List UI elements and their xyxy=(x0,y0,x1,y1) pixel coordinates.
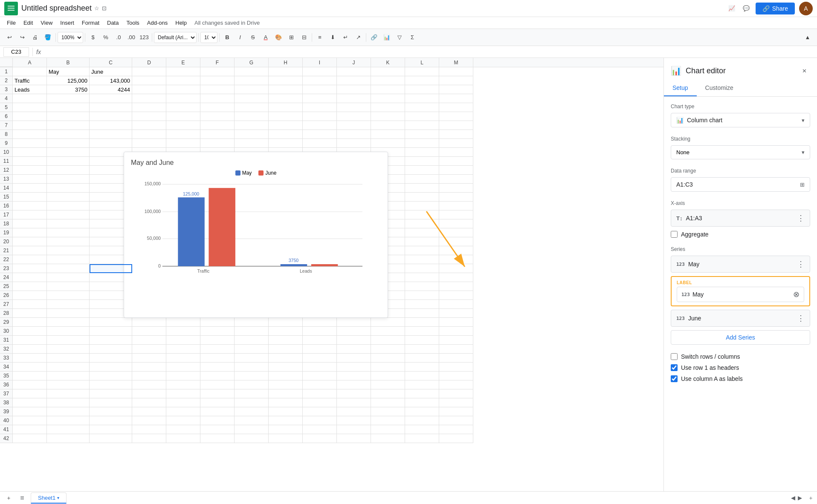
align-left-button[interactable]: ≡ xyxy=(314,32,326,43)
cell-l6[interactable] xyxy=(405,112,439,121)
cell-b8[interactable] xyxy=(47,130,90,139)
cell-l2[interactable] xyxy=(405,76,439,85)
cell-a35[interactable] xyxy=(13,372,47,380)
cell-l8[interactable] xyxy=(405,130,439,139)
cell-j35[interactable] xyxy=(337,372,371,380)
cell-c40[interactable] xyxy=(90,416,132,425)
cell-m40[interactable] xyxy=(439,416,473,425)
cell-c2[interactable]: 143,000 xyxy=(90,76,132,85)
filter-button[interactable]: ▽ xyxy=(394,32,406,43)
cell-a32[interactable] xyxy=(13,345,47,354)
cell-j2[interactable] xyxy=(337,76,371,85)
cell-l28[interactable] xyxy=(405,309,439,318)
cell-f7[interactable] xyxy=(200,121,235,130)
cell-l21[interactable] xyxy=(405,246,439,255)
col-header-f[interactable]: F xyxy=(200,58,235,67)
cell-m20[interactable] xyxy=(439,237,473,246)
cell-j36[interactable] xyxy=(337,380,371,389)
cell-a41[interactable] xyxy=(13,425,47,434)
cell-c34[interactable] xyxy=(90,363,132,372)
cell-e8[interactable] xyxy=(166,130,200,139)
cell-a30[interactable] xyxy=(13,327,47,336)
scroll-left-icon[interactable]: ◀ xyxy=(791,495,795,501)
cell-m29[interactable] xyxy=(439,318,473,327)
cell-l37[interactable] xyxy=(405,389,439,398)
cell-j34[interactable] xyxy=(337,363,371,372)
cell-a17[interactable] xyxy=(13,210,47,219)
cell-l3[interactable] xyxy=(405,85,439,94)
star-icon[interactable]: ☆ xyxy=(94,5,99,12)
cell-i33[interactable] xyxy=(303,354,337,363)
cell-k33[interactable] xyxy=(371,354,405,363)
cell-i7[interactable] xyxy=(303,121,337,130)
cell-b39[interactable] xyxy=(47,407,90,416)
cell-l32[interactable] xyxy=(405,345,439,354)
cell-j30[interactable] xyxy=(337,327,371,336)
cell-b5[interactable] xyxy=(47,103,90,112)
cell-e30[interactable] xyxy=(166,327,200,336)
cell-a12[interactable] xyxy=(13,166,47,175)
cell-h7[interactable] xyxy=(269,121,303,130)
cell-c31[interactable] xyxy=(90,336,132,345)
col-header-h[interactable]: H xyxy=(269,58,303,67)
cell-e33[interactable] xyxy=(166,354,200,363)
menu-edit[interactable]: Edit xyxy=(20,19,36,27)
cell-f40[interactable] xyxy=(200,416,235,425)
close-button[interactable]: ✕ xyxy=(798,65,810,77)
cell-e2[interactable] xyxy=(166,76,200,85)
col-header-j[interactable]: J xyxy=(337,58,371,67)
cell-b9[interactable] xyxy=(47,139,90,148)
menu-format[interactable]: Format xyxy=(78,19,103,27)
cell-d2[interactable] xyxy=(132,76,166,85)
cell-k36[interactable] xyxy=(371,380,405,389)
cell-l15[interactable] xyxy=(405,193,439,202)
series-item-may[interactable]: 123 May ⋮ xyxy=(671,256,810,273)
cell-g32[interactable] xyxy=(235,345,269,354)
cell-g40[interactable] xyxy=(235,416,269,425)
cell-e7[interactable] xyxy=(166,121,200,130)
cell-b20[interactable] xyxy=(47,237,90,246)
cell-a23[interactable] xyxy=(13,264,47,273)
cell-l12[interactable] xyxy=(405,166,439,175)
cell-b33[interactable] xyxy=(47,354,90,363)
cell-a36[interactable] xyxy=(13,380,47,389)
cell-g39[interactable] xyxy=(235,407,269,416)
add-series-button[interactable]: Add Series xyxy=(671,330,810,345)
cell-b41[interactable] xyxy=(47,425,90,434)
cell-f34[interactable] xyxy=(200,363,235,372)
cell-h40[interactable] xyxy=(269,416,303,425)
cell-h6[interactable] xyxy=(269,112,303,121)
italic-button[interactable]: I xyxy=(234,32,246,43)
cell-k3[interactable] xyxy=(371,85,405,94)
cell-f4[interactable] xyxy=(200,94,235,103)
cell-e34[interactable] xyxy=(166,363,200,372)
cell-m37[interactable] xyxy=(439,389,473,398)
cell-j33[interactable] xyxy=(337,354,371,363)
cell-a29[interactable] xyxy=(13,318,47,327)
cell-h3[interactable] xyxy=(269,85,303,94)
cell-k29[interactable] xyxy=(371,318,405,327)
cell-m27[interactable] xyxy=(439,300,473,309)
cell-b19[interactable] xyxy=(47,228,90,237)
cell-d8[interactable] xyxy=(132,130,166,139)
link-button[interactable]: 🔗 xyxy=(368,32,380,43)
cell-h9[interactable] xyxy=(269,139,303,148)
cell-k40[interactable] xyxy=(371,416,405,425)
cell-f37[interactable] xyxy=(200,389,235,398)
cell-i36[interactable] xyxy=(303,380,337,389)
col-header-k[interactable]: K xyxy=(371,58,405,67)
cell-e32[interactable] xyxy=(166,345,200,354)
clear-label-icon[interactable]: ⊗ xyxy=(793,290,800,299)
cell-h30[interactable] xyxy=(269,327,303,336)
comment-icon[interactable]: 💬 xyxy=(741,3,751,14)
cell-k4[interactable] xyxy=(371,94,405,103)
cell-d4[interactable] xyxy=(132,94,166,103)
cell-m26[interactable] xyxy=(439,291,473,300)
cell-i29[interactable] xyxy=(303,318,337,327)
cell-k30[interactable] xyxy=(371,327,405,336)
fill-color-button[interactable]: 🎨 xyxy=(272,32,284,43)
cell-a18[interactable] xyxy=(13,219,47,228)
cell-j1[interactable] xyxy=(337,67,371,76)
cell-f5[interactable] xyxy=(200,103,235,112)
cell-c32[interactable] xyxy=(90,345,132,354)
